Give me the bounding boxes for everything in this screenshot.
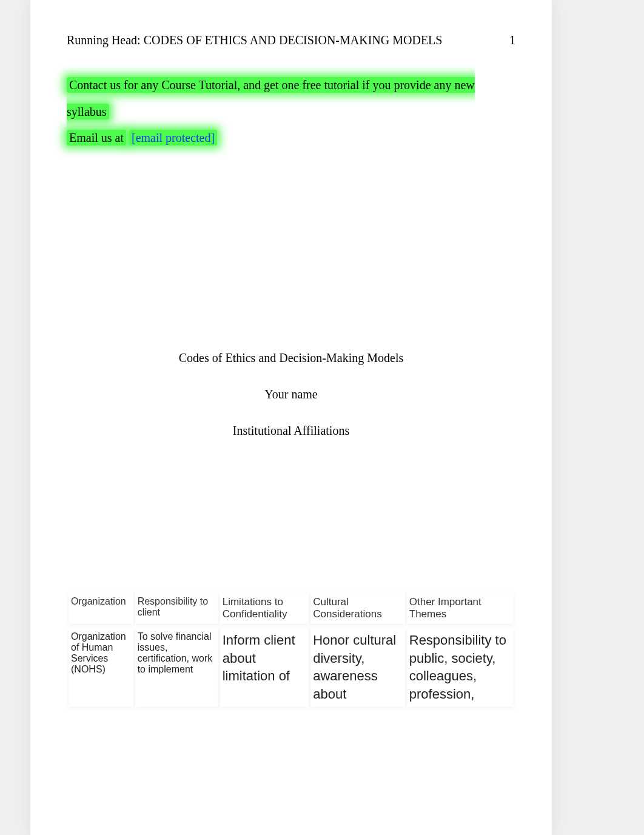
cell-responsibility: To solve financial issues, certification… — [135, 628, 218, 707]
bottom-fade-overlay — [30, 786, 552, 835]
email-prefix: Email us at — [67, 130, 126, 146]
ethics-table: Organization Responsibility to client Li… — [67, 589, 515, 711]
th-themes: Other Important Themes — [407, 592, 514, 624]
table-row: Organization of Human Services (NOHS) To… — [69, 628, 514, 707]
email-link[interactable]: [email protected] — [129, 130, 217, 146]
th-limitations: Limitations to Confidentiality — [220, 592, 309, 624]
promo-block: Contact us for any Course Tutorial, and … — [67, 72, 515, 125]
table-header-row: Organization Responsibility to client Li… — [69, 592, 514, 624]
cell-cultural: Honor cultural diversity, awareness abou… — [310, 628, 405, 707]
document-title: Codes of Ethics and Decision-Making Mode… — [67, 345, 515, 371]
th-organization: Organization — [69, 592, 133, 624]
page-number: 1 — [509, 33, 515, 47]
promo-line-1: Contact us for any Course Tutorial, and … — [67, 77, 475, 119]
cell-organization: Organization of Human Services (NOHS) — [69, 628, 133, 707]
title-block: Codes of Ethics and Decision-Making Mode… — [67, 345, 515, 443]
promo-email-line: Email us at [email protected] — [67, 131, 515, 145]
th-responsibility: Responsibility to client — [135, 592, 218, 624]
cell-limitations: Inform client about limitation of — [220, 628, 309, 707]
th-cultural: Cultural Considerations — [310, 592, 405, 624]
running-head: Running Head: CODES OF ETHICS AND DECISI… — [67, 33, 442, 47]
header-row: Running Head: CODES OF ETHICS AND DECISI… — [67, 33, 515, 47]
cell-themes: Responsibility to public, society, colle… — [407, 628, 514, 707]
institutional-affiliation: Institutional Affiliations — [67, 418, 515, 443]
ethics-table-wrap: Organization Responsibility to client Li… — [67, 589, 515, 711]
document-page: Running Head: CODES OF ETHICS AND DECISI… — [30, 0, 552, 835]
author-placeholder: Your name — [67, 381, 515, 407]
